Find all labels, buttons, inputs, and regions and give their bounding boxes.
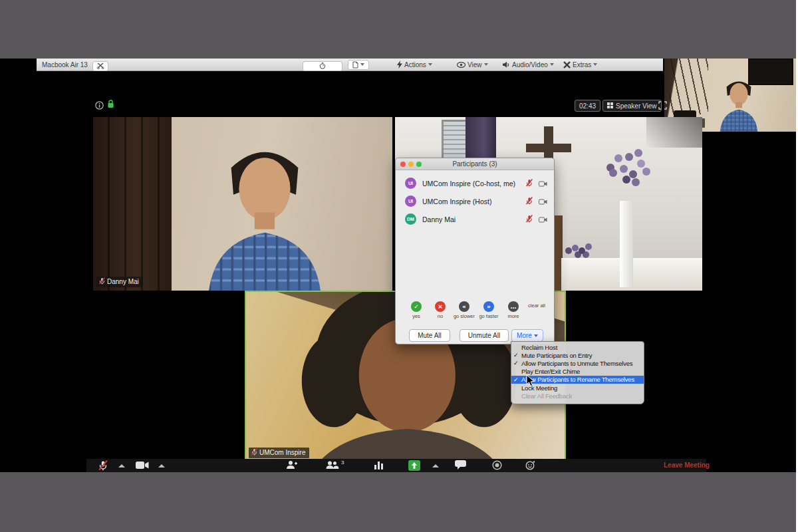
participant-row[interactable]: UI UMCom Inspire (Host) [396,192,554,210]
panel-title: Participants (3) [452,160,497,168]
scissors-icon [92,61,108,71]
go-faster-icon: » [483,301,494,312]
pedestal-vase-decor [620,201,633,287]
app-window: Macbook Air 13 Actions View [0,0,798,532]
caret-down-icon [550,63,554,66]
feedback-no[interactable]: × no [428,301,453,319]
chevron-up-icon[interactable] [118,464,125,467]
more-menu-item-6: ✓Clear All Feedback [511,392,644,400]
cross-icon [526,144,571,152]
participant-avatar-2: DM [405,213,416,225]
timer-button[interactable] [303,60,342,72]
more-button[interactable]: More [511,329,543,342]
shadow-decor [646,117,702,148]
mute-all-button[interactable]: Mute All [409,329,450,342]
video-camera-icon [539,196,547,207]
chevron-up-icon[interactable] [158,464,165,467]
caret-down-icon [484,63,488,66]
meeting-timer: 02:43 [575,100,600,112]
muted-mic-icon [99,277,105,286]
participant-count-badge: 3 [341,460,344,466]
mouse-cursor-icon [526,374,536,390]
check-icon: ✓ [513,352,518,358]
timer-icon [303,61,342,71]
chat-icon[interactable] [455,460,466,472]
muted-mic-icon [251,448,257,457]
video-camera-icon [539,213,547,225]
unmute-all-button[interactable]: Unmute All [460,329,509,342]
more-dropdown-menu: ✓Reclaim Host ✓Mute Participants on Entr… [511,341,644,404]
participant-row[interactable]: DM Danny Mai [396,210,554,228]
tools-icon [563,61,571,68]
invite-icon[interactable] [286,460,297,472]
leave-meeting-button[interactable]: Leave Meeting [664,462,710,469]
yes-icon: ✓ [411,301,422,312]
app-select-button[interactable] [348,59,369,70]
record-icon[interactable] [492,460,502,473]
more-icon: … [508,301,519,312]
fullscreen-icon[interactable] [658,100,667,112]
feedback-clear-all[interactable]: clear all [524,301,549,309]
more-menu-item-1[interactable]: ✓Mute Participants on Entry [511,351,644,359]
info-icon[interactable] [95,100,104,112]
wood-slats-decor [93,117,172,291]
eye-icon [457,62,466,68]
feedback-go-slower[interactable]: « go slower [452,301,477,319]
document-icon [348,60,369,70]
person-silhouette [172,134,358,291]
grid-icon [607,102,613,110]
name-tag: Danny Mai [96,277,143,287]
participant-avatar-0: UI [405,178,416,189]
altar-flowers-decor [565,247,572,254]
participants-panel: Participants (3) UI UMCom Inspire (Co-ho… [395,158,555,344]
close-icon[interactable] [400,162,406,167]
caret-down-icon [593,63,597,66]
muted-mic-icon[interactable] [98,460,108,473]
feedback-more[interactable]: … more [501,301,526,319]
participant-row[interactable]: UI UMCom Inspire (Co-host, me) [396,174,554,192]
video-camera-icon [539,178,547,190]
video-tile-danny-mai: Danny Mai [93,117,392,291]
flower-arrangement-decor [609,169,617,177]
video-camera-icon[interactable] [136,460,149,472]
encryption-lock-icon [107,99,114,111]
share-toolbar: Macbook Air 13 Actions View [37,59,663,71]
reactions-icon[interactable] [525,460,535,473]
lightning-icon [397,61,402,68]
menu-view[interactable]: View [457,59,488,70]
speaker-view-button[interactable]: Speaker View [602,100,662,112]
menu-actions[interactable]: Actions [397,59,432,70]
caret-down-icon [534,334,538,337]
caret-down-icon [428,63,432,66]
feedback-yes[interactable]: ✓ yes [404,301,429,319]
menu-extras[interactable]: Extras [563,59,597,70]
chevron-up-icon[interactable] [432,464,439,467]
zoom-window-icon[interactable] [416,162,422,167]
participants-icon[interactable] [326,460,339,472]
feedback-go-faster[interactable]: » go faster [476,301,501,319]
muted-mic-icon [526,196,533,207]
check-icon: ✓ [513,376,518,383]
bottom-toolbar: 3 Leave Meeting [86,459,706,472]
device-label: Macbook Air 13 [42,59,88,70]
name-tag: UMCom Inspire [249,448,309,458]
share-screen-icon[interactable] [408,460,420,473]
person-silhouette [699,74,779,132]
menu-audio-video[interactable]: Audio/Video [502,59,554,70]
muted-mic-icon [526,213,533,225]
minimize-icon[interactable] [408,162,414,167]
more-menu-item-2[interactable]: ✓Allow Participants to Unmute Themselves [511,359,644,367]
more-menu-item-0[interactable]: ✓Reclaim Host [511,343,644,351]
polls-icon[interactable] [374,460,384,472]
go-slower-icon: « [459,301,469,312]
annotate-button[interactable] [92,60,108,72]
check-icon: ✓ [513,360,518,366]
no-icon: × [435,301,446,312]
caret-down-icon [360,63,364,66]
participant-avatar-1: UI [405,196,416,207]
muted-mic-icon [526,178,533,190]
speaker-icon [502,61,510,68]
participants-panel-titlebar: Participants (3) [396,158,554,170]
